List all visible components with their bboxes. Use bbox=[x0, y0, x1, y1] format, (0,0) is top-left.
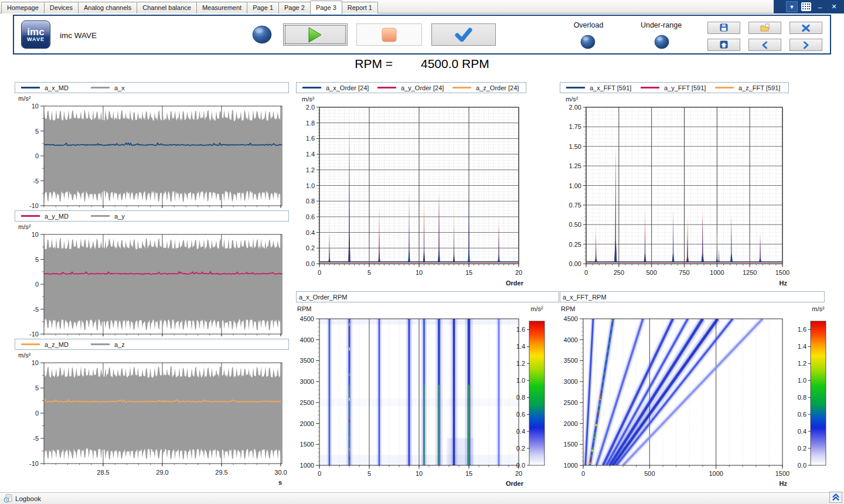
close-button[interactable]: ✕ bbox=[829, 2, 839, 12]
spectrum-peak bbox=[595, 235, 597, 263]
close-page-button[interactable] bbox=[789, 22, 822, 34]
axis-tick-label: 4500 bbox=[300, 315, 314, 322]
confirm-button[interactable] bbox=[431, 23, 496, 46]
axis-tick-label: 10 bbox=[416, 269, 423, 276]
legend-entry[interactable]: a_x_FFT [591] bbox=[560, 84, 635, 91]
chevron-left-icon bbox=[761, 41, 769, 49]
legend-swatch bbox=[452, 87, 471, 88]
axis-tick-label: 250 bbox=[614, 269, 624, 276]
back-button[interactable] bbox=[748, 39, 781, 51]
stop-measurement-button[interactable] bbox=[356, 23, 422, 46]
order-rpm-title[interactable]: a_x_Order_RPM bbox=[296, 291, 559, 302]
legend-label: a_y_FFT [591] bbox=[664, 84, 706, 91]
tab-page-2[interactable]: Page 2 bbox=[278, 2, 311, 13]
axis-tick-label: 0.25 bbox=[569, 241, 581, 248]
fft-spectrum-chart[interactable]: m/s²2.001.751.501.251.000.750.500.250.00… bbox=[560, 94, 823, 293]
tab-report-1[interactable]: Report 1 bbox=[342, 2, 378, 13]
tab-channel-balance[interactable]: Channel balance bbox=[137, 2, 197, 13]
axis-tick-label: 0.00 bbox=[569, 260, 581, 267]
x-axis-unit: Hz bbox=[780, 480, 788, 487]
overload-label: Overload bbox=[564, 21, 613, 29]
open-folder-button[interactable] bbox=[748, 22, 781, 34]
spectrum-peak bbox=[453, 224, 455, 262]
grid-layout-icon[interactable] bbox=[801, 2, 811, 11]
order-rpm-map-chart[interactable]: RPMm/s²450040003500300025002000150010000… bbox=[296, 304, 560, 490]
axis-tick-label: 4000 bbox=[564, 336, 578, 343]
save-button[interactable] bbox=[707, 22, 740, 34]
home-button[interactable] bbox=[707, 39, 740, 51]
axis-tick-label: 5 bbox=[35, 384, 39, 391]
map-order-line bbox=[409, 319, 410, 465]
legend-entry[interactable]: a_z_FFT [591] bbox=[709, 84, 784, 91]
fft-rpm-title[interactable]: a_x_FFT_RPM bbox=[560, 291, 825, 302]
legend-a-y: a_y_MD a_y bbox=[15, 210, 289, 222]
spectrum-peak bbox=[730, 214, 733, 263]
axis-tick-label: -5 bbox=[33, 435, 39, 442]
legend-entry[interactable]: a_z_MD bbox=[15, 341, 69, 348]
map-order-line bbox=[453, 319, 455, 465]
legend-a-z: a_z_MD a_z bbox=[15, 339, 289, 350]
logbook-panel-toggle[interactable]: Logbook bbox=[0, 494, 41, 503]
axis-tick-label: 1.6 bbox=[306, 135, 315, 142]
spectrum-peak bbox=[408, 193, 410, 263]
order-spectrum-chart[interactable]: m/s²2.01.81.61.41.21.00.80.60.40.20.0051… bbox=[296, 94, 560, 293]
axis-tick-label: 1.2 bbox=[306, 166, 315, 173]
stop-icon bbox=[382, 28, 397, 42]
legend-entry[interactable]: a_y_FFT [591] bbox=[635, 84, 709, 91]
legend-entry[interactable]: a_y_Order [24] bbox=[372, 84, 447, 91]
start-measurement-button[interactable] bbox=[283, 23, 348, 46]
axis-tick-label: -10 bbox=[29, 460, 39, 467]
spectrum-peak bbox=[438, 195, 440, 263]
colorbar-tick-label: 0.4 bbox=[516, 428, 525, 435]
colorbar-tick-label: 1.6 bbox=[798, 326, 806, 333]
axis-tick-label: -5 bbox=[33, 306, 39, 313]
tab-devices[interactable]: Devices bbox=[44, 2, 79, 13]
spectrum-peak bbox=[644, 235, 646, 263]
spectrum-peak bbox=[378, 233, 380, 263]
legend-label: a_z_FFT [591] bbox=[738, 84, 780, 91]
logbook-label: Logbook bbox=[15, 495, 41, 502]
axis-tick-label: 1000 bbox=[710, 269, 724, 276]
spectrum-peak bbox=[759, 238, 761, 263]
raw-signal-band bbox=[44, 110, 281, 202]
legend-entry[interactable]: a_x_MD bbox=[15, 84, 69, 91]
y-axis-unit: m/s² bbox=[566, 96, 578, 103]
time-chart-a-z[interactable]: m/s²1050-5-1028.529.029.530.0s bbox=[15, 351, 290, 492]
time-chart-a-y[interactable]: m/s²1050-5-10 bbox=[15, 223, 290, 336]
axis-tick-label: 0 bbox=[35, 281, 39, 288]
axis-tick-label: 0.4 bbox=[306, 229, 315, 236]
spectrum-peak bbox=[672, 209, 675, 263]
map-order-line bbox=[329, 319, 330, 465]
axis-tick-label: 15 bbox=[465, 269, 472, 276]
tab-page-1[interactable]: Page 1 bbox=[247, 2, 279, 13]
expand-panel-button[interactable] bbox=[829, 492, 842, 503]
tab-measurement[interactable]: Measurement bbox=[196, 2, 247, 13]
colorbar-tick-label: 1.0 bbox=[798, 377, 806, 384]
legend-entry[interactable]: a_z bbox=[85, 341, 125, 348]
axis-tick-label: 1.50 bbox=[569, 143, 581, 150]
raw-signal-band bbox=[44, 238, 281, 331]
tab-analog-channels[interactable]: Analog channels bbox=[78, 2, 137, 13]
legend-entry[interactable]: a_x bbox=[85, 84, 125, 91]
axis-tick-label: 0 bbox=[584, 269, 588, 276]
axis-tick-label: 1.4 bbox=[306, 151, 315, 158]
chevron-right-icon bbox=[802, 41, 810, 49]
colorbar-tick-label: 1.2 bbox=[516, 360, 525, 367]
legend-entry[interactable]: a_x_Order [24] bbox=[297, 84, 372, 91]
colorbar bbox=[811, 321, 826, 465]
tab-page-3[interactable]: Page 3 bbox=[310, 1, 342, 14]
fft-rpm-map-chart[interactable]: RPMm/s²450040003500300025002000150010000… bbox=[560, 304, 832, 490]
axis-tick-label: 1.00 bbox=[569, 182, 581, 189]
time-chart-a-x[interactable]: m/s²1050-5-10 bbox=[15, 94, 290, 208]
tab-bar: Homepage Devices Analog channels Channel… bbox=[0, 0, 844, 13]
legend-entry[interactable]: a_z_Order [24] bbox=[447, 84, 522, 91]
axis-tick-label: 4000 bbox=[300, 336, 314, 343]
minimize-button[interactable]: – bbox=[815, 2, 825, 12]
legend-entry[interactable]: a_y_MD bbox=[15, 213, 69, 220]
tab-homepage[interactable]: Homepage bbox=[1, 2, 45, 13]
forward-button[interactable] bbox=[789, 39, 822, 51]
axis-tick-label: 5 bbox=[367, 470, 371, 477]
legend-label: a_x_Order [24] bbox=[326, 84, 369, 91]
legend-entry[interactable]: a_y bbox=[85, 213, 125, 220]
menu-dropdown-button[interactable]: ▼ bbox=[786, 1, 798, 12]
